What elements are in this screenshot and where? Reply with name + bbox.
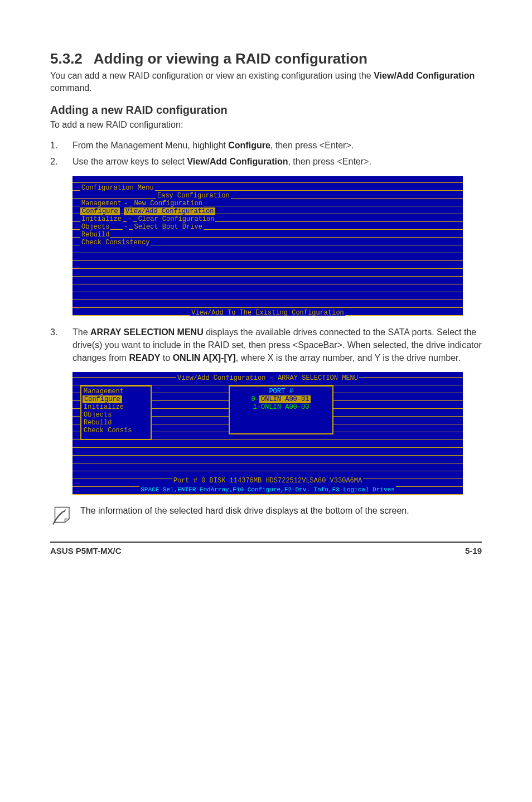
cfg-new: New Configuration <box>133 200 203 207</box>
step2-post: , then press <Enter>. <box>288 157 371 166</box>
section-number: 5.3.2 <box>50 50 83 67</box>
cfg-boot[interactable]: Select Boot Drive <box>133 223 203 231</box>
cfg-menu-title: Configuration Menu <box>80 184 155 192</box>
step-1: From the Management Menu, highlight Conf… <box>50 139 482 152</box>
cfg-objects[interactable]: Objects <box>80 223 110 231</box>
arr-rebuild[interactable]: Rebuild <box>83 419 113 427</box>
cfg-viewadd-sel[interactable]: View/Add Configuration <box>124 207 215 215</box>
intro-bold: View/Add Configuration <box>374 71 475 80</box>
arr-check[interactable]: Check Consis <box>83 427 133 434</box>
arr-configure[interactable]: Configure <box>83 395 122 403</box>
step2-bold: View/Add Configuration <box>187 157 288 166</box>
cfg-clear[interactable]: Clear Configuration <box>137 215 216 223</box>
step3-b1: ARRAY SELECTION MENU <box>90 327 204 337</box>
note-block: The information of the selected hard dis… <box>52 505 482 525</box>
cfg-check[interactable]: Check Consistency <box>80 239 151 247</box>
arr-info: Port # 0 DISK 114376MB HDS722512VLSA80 V… <box>172 477 363 485</box>
step1-bold: Configure <box>228 141 270 150</box>
sub-heading: Adding a new RAID configuration <box>50 104 482 117</box>
step3-post: , where X is the array number, and Y is … <box>236 353 461 363</box>
step1-post: , then press <Enter>. <box>270 141 354 150</box>
cfg-easy: Easy Configuration <box>156 192 231 200</box>
intro-post: command. <box>50 83 92 93</box>
footer-page: 5-19 <box>465 546 482 555</box>
footer-rule <box>50 542 482 543</box>
cfg-configure-sel[interactable]: Configure <box>80 207 120 215</box>
cfg-rebuild[interactable]: Rebuild <box>80 231 110 239</box>
step2-pre: Use the arrow keys to select <box>72 157 187 166</box>
arr-title: View/Add Configuration - ARRAY SELECTION… <box>176 374 359 382</box>
bios-screenshot-array-selection: View/Add Configuration - ARRAY SELECTION… <box>72 372 463 495</box>
arr-init[interactable]: Initialize <box>83 403 125 411</box>
step-2: Use the arrow keys to select View/Add Co… <box>50 155 482 168</box>
cfg-management: Management <box>80 200 123 207</box>
note-text: The information of the selected hard dis… <box>80 505 409 517</box>
note-icon <box>52 505 72 525</box>
arr-p1[interactable]: 1-ONLIN A00-00 <box>253 403 309 411</box>
arr-hint: SPACE-Sel,ENTER-EndArray,F10-Configure,F… <box>139 486 395 493</box>
step1-pre: From the Management Menu, highlight <box>72 141 228 150</box>
cfg-init[interactable]: Initialize <box>80 215 123 223</box>
arr-mgmt: Management <box>83 388 125 395</box>
intro-pre: You can add a new RAID configuration or … <box>50 71 374 80</box>
arr-p0[interactable]: 0- <box>252 395 259 403</box>
step3-b3: ONLIN A[X]-[Y] <box>173 353 236 363</box>
step-3: The ARRAY SELECTION MENU displays the av… <box>50 326 482 365</box>
step3-b2: READY <box>129 353 160 363</box>
step3-mid2: to <box>160 353 172 363</box>
page-footer: ASUS P5MT-MX/C 5-19 <box>50 546 482 555</box>
section-heading: 5.3.2Adding or viewing a RAID configurat… <box>50 50 482 67</box>
arr-port-h: PORT # <box>268 388 294 395</box>
step3-pre: The <box>72 327 90 337</box>
cfg-prompt: View/Add To The Existing Configuration <box>190 309 345 316</box>
arr-objects[interactable]: Objects <box>83 411 113 419</box>
bios-screenshot-config-menu: Configuration Menu Easy Configuration Ma… <box>72 176 463 316</box>
arr-p0s[interactable]: ONLIN A00-01 <box>259 395 311 403</box>
footer-product: ASUS P5MT-MX/C <box>50 546 122 555</box>
section-title: Adding or viewing a RAID configuration <box>94 50 367 67</box>
sub-intro: To add a new RAID configuration: <box>50 119 482 131</box>
intro-paragraph: You can add a new RAID configuration or … <box>50 70 482 95</box>
